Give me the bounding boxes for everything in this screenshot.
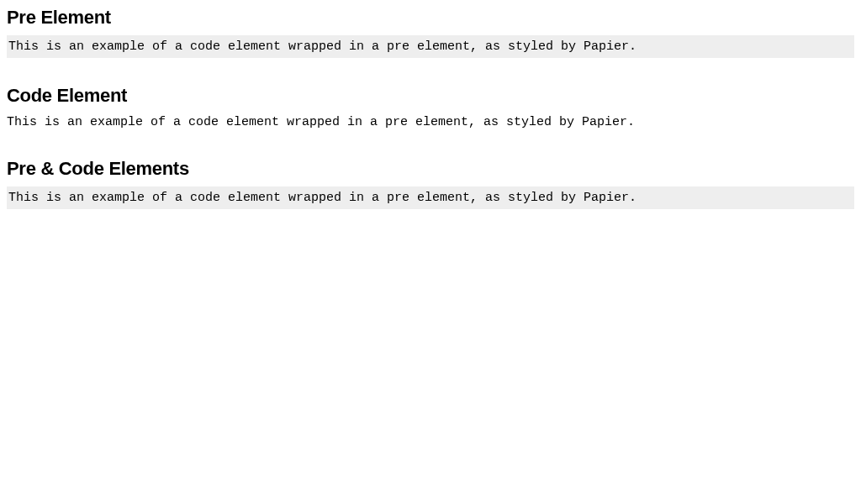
heading-pre-code-elements: Pre & Code Elements: [7, 158, 854, 180]
heading-code-element: Code Element: [7, 85, 854, 107]
section-pre-element: Pre Element This is an example of a code…: [7, 7, 854, 58]
heading-pre-element: Pre Element: [7, 7, 854, 29]
code-inline-block: This is an example of a code element wra…: [7, 113, 854, 131]
pre-code-combined-block: This is an example of a code element wra…: [7, 186, 854, 209]
section-pre-code-elements: Pre & Code Elements This is an example o…: [7, 158, 854, 209]
pre-code-block: This is an example of a code element wra…: [7, 35, 854, 58]
section-code-element: Code Element This is an example of a cod…: [7, 85, 854, 131]
